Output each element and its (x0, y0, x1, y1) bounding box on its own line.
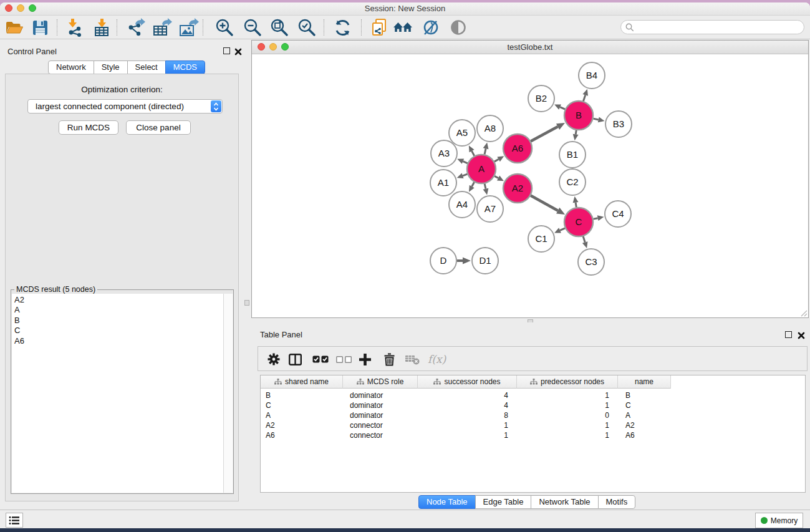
export-table-icon[interactable] (153, 18, 172, 37)
tab-network[interactable]: Network (48, 60, 94, 74)
zoom-selected-icon[interactable] (297, 18, 317, 37)
table-cell: dominator (343, 400, 418, 410)
birds-eye-view-icon[interactable] (449, 18, 468, 37)
task-history-button[interactable] (6, 513, 23, 528)
graph-node-label: A8 (485, 123, 496, 133)
table-row[interactable]: Adominator80A (261, 410, 805, 420)
close-panel-button[interactable]: Close panel (126, 120, 191, 135)
dropdown-stepper-icon (211, 100, 221, 112)
tab-select[interactable]: Select (127, 60, 166, 74)
table-row[interactable]: Bdominator41B (261, 390, 805, 400)
table-cell: dominator (343, 390, 418, 400)
copy-network-icon[interactable] (370, 18, 388, 37)
network-canvas[interactable]: B4B2BB3A8A5A6B1A3AC2A1A2A4A7CC4C1C3DD1 (253, 54, 808, 317)
tab-network-table[interactable]: Network Table (531, 495, 598, 509)
table-row[interactable]: A2connector11A2 (261, 420, 805, 430)
table-cell: connector (343, 430, 418, 440)
table-row[interactable]: A6connector11A6 (261, 430, 805, 440)
column-header-successor-nodes[interactable]: successor nodes (418, 375, 517, 389)
table-cell: 1 (418, 430, 517, 440)
column-header-MCDS-role[interactable]: MCDS role (343, 375, 418, 389)
tab-motifs[interactable]: Motifs (598, 495, 636, 509)
table-cell: A6 (261, 430, 343, 440)
table-settings-icon[interactable] (268, 351, 280, 367)
tab-style[interactable]: Style (94, 60, 128, 74)
mcds-result-item[interactable]: B (14, 316, 223, 326)
select-all-icon[interactable] (312, 351, 329, 367)
home-networks-icon[interactable] (393, 18, 413, 37)
run-mcds-button[interactable]: Run MCDS (59, 120, 118, 135)
show-graphics-details-icon[interactable] (422, 18, 440, 37)
table-cell: 4 (418, 400, 517, 410)
close-panel-icon[interactable] (234, 47, 242, 58)
column-header-predecessor-nodes[interactable]: predecessor nodes (517, 375, 618, 389)
table-cell: A (261, 410, 343, 420)
node-table[interactable]: shared nameMCDS rolesuccessor nodesprede… (260, 375, 806, 493)
float-panel-icon[interactable] (223, 47, 230, 54)
table-panel: Table Panel (251, 322, 810, 510)
table-toolbar: f(x) (258, 346, 808, 371)
column-header-name[interactable]: name (618, 375, 671, 389)
import-network-icon[interactable] (66, 18, 85, 37)
graph-node-label: B4 (586, 70, 597, 80)
memory-button[interactable]: Memory (755, 513, 803, 528)
status-bar: Memory (0, 510, 810, 528)
mcds-result-item[interactable]: A (14, 305, 223, 315)
function-builder-icon[interactable]: f(x) (428, 351, 446, 367)
table-close-icon[interactable] (798, 331, 805, 342)
network-maximize-button[interactable] (281, 43, 289, 51)
deselect-all-icon[interactable] (336, 351, 352, 367)
mcds-result-list[interactable]: A2ABCA6 (12, 294, 223, 493)
search-input[interactable] (620, 20, 804, 34)
table-cell: connector (343, 420, 418, 430)
add-column-icon[interactable] (359, 351, 372, 367)
graph-node-label: C (576, 216, 582, 227)
table-cell: dominator (343, 410, 418, 420)
table-float-icon[interactable] (785, 331, 792, 338)
network-minimize-button[interactable] (269, 43, 277, 51)
table-cell: 1 (517, 430, 618, 440)
graph-node-label: A5 (456, 127, 468, 138)
network-view-window: testGlobe.txt B4B2BB3A8A5A6B1A3AC2A1A2A4… (251, 40, 809, 318)
resize-grip-icon[interactable] (799, 308, 808, 317)
network-close-button[interactable] (258, 43, 265, 51)
mcds-result-item[interactable]: C (14, 326, 223, 336)
vertical-splitter[interactable] (243, 39, 251, 510)
graph-node-label: C1 (535, 233, 547, 244)
column-header-shared-name[interactable]: shared name (261, 375, 343, 389)
table-tabs: Node TableEdge TableNetwork TableMotifs (418, 495, 635, 510)
result-scrollbar[interactable] (223, 294, 233, 493)
table-cell: C (261, 400, 343, 410)
table-cell: B (618, 390, 671, 400)
table-cell: 4 (418, 390, 517, 400)
refresh-layout-icon[interactable] (334, 18, 352, 37)
close-button[interactable] (5, 4, 12, 12)
table-cell: 1 (517, 400, 618, 410)
graph-node-label: C2 (566, 177, 578, 187)
mcds-result-title: MCDS result (5 nodes) (14, 285, 97, 294)
tab-edge-table[interactable]: Edge Table (475, 495, 532, 509)
tab-node-table[interactable]: Node Table (418, 495, 476, 509)
mcds-result-item[interactable]: A6 (14, 336, 223, 346)
graph-node-label: A6 (512, 143, 523, 153)
mcds-result-item[interactable]: A2 (14, 295, 223, 305)
export-image-icon[interactable] (179, 18, 199, 37)
table-row[interactable]: Cdominator41C (261, 400, 805, 410)
graph-node-label: B3 (613, 118, 624, 129)
delete-column-icon[interactable] (383, 351, 395, 367)
open-file-icon[interactable] (5, 18, 24, 37)
criterion-select[interactable]: largest connected component (directed) (27, 99, 223, 114)
zoom-fit-icon[interactable] (270, 18, 289, 37)
column-layout-icon[interactable] (289, 351, 302, 367)
minimize-button[interactable] (17, 4, 24, 12)
save-session-icon[interactable] (32, 18, 49, 37)
delete-table-icon[interactable] (405, 351, 420, 367)
tab-mcds[interactable]: MCDS (165, 60, 205, 74)
table-body: Bdominator41BCdominator41CAdominator80AA… (261, 389, 805, 440)
export-network-icon[interactable] (127, 18, 145, 37)
import-table-icon[interactable] (94, 18, 111, 37)
zoom-in-icon[interactable] (215, 18, 234, 37)
graph-node-label: B (576, 110, 582, 120)
zoom-out-icon[interactable] (243, 18, 263, 37)
maximize-button[interactable] (29, 4, 36, 12)
